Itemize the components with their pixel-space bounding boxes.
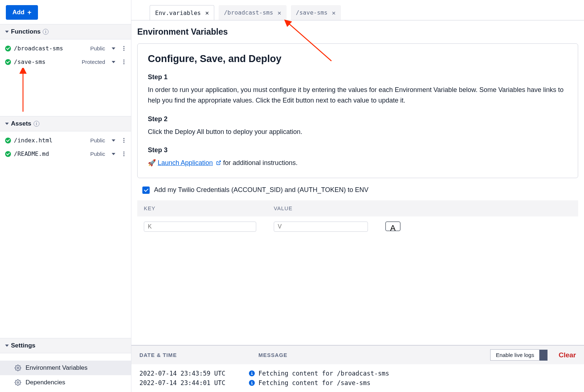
more-menu-icon[interactable] — [122, 45, 126, 52]
rocket-icon: 🚀 — [148, 159, 156, 166]
function-visibility: Public — [90, 45, 105, 51]
env-key-input[interactable] — [144, 222, 256, 232]
function-name: /save-sms — [14, 58, 79, 65]
env-input-row: A — [137, 216, 578, 232]
functions-title: Functions — [11, 28, 41, 35]
caret-down-icon — [5, 31, 9, 33]
more-menu-icon[interactable] — [122, 58, 126, 66]
log-row: 2022-07-14 23:44:01 UTC i Fetching conte… — [139, 378, 576, 388]
logs-panel: DATE & TIME MESSAGE Enable live logs Cle… — [131, 345, 584, 392]
caret-down-icon — [5, 345, 9, 347]
chevron-down-icon[interactable] — [112, 139, 115, 142]
chevron-down-icon[interactable] — [112, 47, 115, 50]
function-item-broadcast-sms[interactable]: /broadcast-sms Public — [0, 42, 131, 55]
log-datetime: 2022-07-14 23:44:01 UTC — [139, 379, 249, 387]
svg-line-4 — [218, 161, 220, 163]
functions-header[interactable]: Functions i — [0, 24, 131, 39]
sidebar: Add + Functions i /broadcast-sms Public … — [0, 0, 131, 392]
more-menu-icon[interactable] — [122, 137, 126, 144]
settings-header[interactable]: Settings — [0, 338, 131, 353]
more-menu-icon[interactable] — [122, 150, 126, 158]
function-visibility: Protected — [82, 59, 105, 65]
chevron-down-icon[interactable] — [112, 61, 115, 63]
check-icon — [5, 138, 11, 143]
page-heading: Environment Variables — [137, 27, 578, 37]
tab-label: /broadcast-sms — [224, 9, 273, 16]
step-text: 🚀 Launch Application for additional inst… — [148, 158, 568, 168]
settings-title: Settings — [11, 342, 35, 349]
settings-item-environment-variables[interactable]: Environment Variables — [0, 361, 131, 375]
asset-name: /index.html — [14, 137, 87, 144]
add-button-label: Add — [12, 9, 24, 16]
logs-header: DATE & TIME MESSAGE Enable live logs Cle… — [131, 346, 584, 364]
log-datetime: 2022-07-14 23:43:59 UTC — [139, 370, 249, 377]
step-text: Click the Deploy All button to deploy yo… — [148, 127, 568, 137]
info-icon[interactable]: i — [43, 29, 49, 35]
tab-label: Env.variables — [155, 9, 201, 16]
asset-item-index-html[interactable]: /index.html Public — [0, 134, 131, 147]
log-message: Fetching content for /broadcast-sms — [258, 370, 389, 377]
close-icon[interactable]: ✕ — [205, 9, 209, 16]
tab-save-sms[interactable]: /save-sms ✕ — [291, 5, 341, 20]
check-icon — [5, 151, 11, 157]
settings-item-label: Dependencies — [26, 379, 65, 386]
add-button[interactable]: Add + — [6, 5, 38, 20]
card-title: Configure, Save, and Deploy — [148, 53, 568, 65]
settings-item-label: Environment Variables — [26, 364, 88, 372]
caret-down-icon — [5, 123, 9, 125]
env-value-header: VALUE — [274, 205, 572, 211]
asset-item-readme-md[interactable]: /README.md Public — [0, 147, 131, 161]
env-add-button[interactable]: A — [385, 222, 400, 231]
gear-icon — [15, 379, 21, 386]
log-message: Fetching content for /save-sms — [258, 379, 370, 387]
step-after-link: for additional instructions. — [223, 159, 297, 166]
assets-header[interactable]: Assets i — [0, 116, 131, 131]
assets-list: /index.html Public /README.md Public — [0, 131, 131, 163]
live-logs-toggle[interactable] — [539, 350, 548, 361]
asset-visibility: Public — [90, 137, 105, 143]
chevron-down-icon[interactable] — [112, 153, 115, 155]
logs-message-header: MESSAGE — [258, 352, 490, 358]
info-icon[interactable]: i — [34, 121, 39, 127]
logs-rows: 2022-07-14 23:43:59 UTC i Fetching conte… — [131, 364, 584, 392]
assets-title: Assets — [11, 120, 31, 127]
close-icon[interactable]: ✕ — [277, 9, 281, 16]
step-title: Step 1 — [148, 73, 568, 81]
enable-live-logs-button[interactable]: Enable live logs — [490, 349, 539, 361]
credentials-checkbox[interactable] — [142, 187, 150, 194]
env-table-header: KEY VALUE — [137, 200, 578, 216]
asset-name: /README.md — [14, 150, 87, 157]
main-area: Env.variables ✕ /broadcast-sms ✕ /save-s… — [131, 0, 584, 392]
check-icon — [5, 59, 11, 65]
step-title: Step 2 — [148, 115, 568, 123]
external-link-icon — [216, 158, 221, 163]
info-icon: i — [249, 370, 255, 376]
check-icon — [5, 46, 11, 51]
function-item-save-sms[interactable]: /save-sms Protected — [0, 55, 131, 69]
tab-broadcast-sms[interactable]: /broadcast-sms ✕ — [219, 5, 286, 20]
tab-env-variables[interactable]: Env.variables ✕ — [150, 5, 214, 20]
instructions-card: Configure, Save, and Deploy Step 1 In or… — [137, 43, 578, 178]
logs-datetime-header: DATE & TIME — [139, 352, 258, 358]
info-icon: i — [249, 380, 255, 386]
launch-application-link[interactable]: Launch Application — [158, 159, 213, 166]
step-text: In order to run your application, you mu… — [148, 85, 568, 106]
annotation-arrow-icon — [18, 68, 28, 115]
main-content: Environment Variables Configure, Save, a… — [131, 20, 584, 345]
credentials-row: Add my Twilio Credentials (ACCOUNT_SID) … — [137, 178, 578, 200]
tab-label: /save-sms — [296, 9, 328, 16]
env-key-header: KEY — [144, 205, 274, 211]
env-value-input[interactable] — [274, 222, 368, 232]
close-icon[interactable]: ✕ — [332, 9, 335, 16]
step-title: Step 3 — [148, 146, 568, 154]
clear-logs-button[interactable]: Clear — [558, 351, 576, 359]
plus-icon: + — [27, 8, 31, 16]
settings-list: Environment Variables Dependencies — [0, 353, 131, 392]
credentials-label: Add my Twilio Credentials (ACCOUNT_SID) … — [154, 186, 369, 194]
settings-item-dependencies[interactable]: Dependencies — [0, 375, 131, 390]
gear-icon — [15, 365, 21, 371]
asset-visibility: Public — [90, 151, 105, 157]
function-name: /broadcast-sms — [14, 45, 87, 52]
tabs-bar: Env.variables ✕ /broadcast-sms ✕ /save-s… — [131, 0, 584, 20]
log-row: 2022-07-14 23:43:59 UTC i Fetching conte… — [139, 369, 576, 378]
